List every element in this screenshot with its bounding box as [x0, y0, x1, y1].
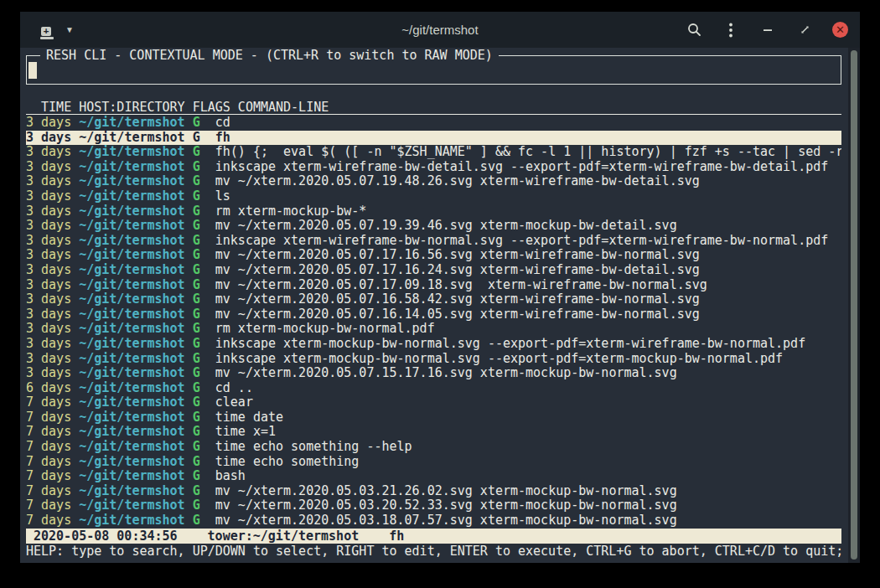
- row-host: ~/git/termshot: [79, 307, 184, 322]
- history-row[interactable]: 7 days ~/git/termshot G time date: [26, 410, 841, 426]
- row-time: 3 days: [26, 189, 71, 204]
- row-command: rm xterm-mockup-bw-normal.pdf: [215, 322, 435, 336]
- row-host: ~/git/termshot: [79, 366, 184, 380]
- history-row[interactable]: 7 days ~/git/termshot G mv ~/xterm.2020.…: [26, 498, 841, 513]
- history-rows: 3 days ~/git/termshot G cd3 days ~/git/t…: [26, 116, 841, 529]
- row-command: bash: [215, 469, 246, 483]
- row-host: ~/git/termshot: [79, 219, 184, 233]
- row-flags: G: [193, 425, 200, 439]
- row-flags: G: [193, 263, 200, 277]
- terminal-content: RESH CLI - CONTEXTUAL MODE - (CTRL+R to …: [20, 48, 860, 563]
- history-row[interactable]: 7 days ~/git/termshot G bash: [26, 469, 841, 484]
- row-time: 7 days: [26, 455, 71, 469]
- row-host: ~/git/termshot: [79, 352, 184, 366]
- row-flags: G: [193, 352, 200, 366]
- new-tab-dropdown[interactable]: ▼: [65, 25, 74, 34]
- new-tab-button[interactable]: +: [37, 21, 57, 39]
- history-row[interactable]: 3 days ~/git/termshot G mv ~/xterm.2020.…: [26, 366, 841, 381]
- status-datetime: 2020-05-08 00:34:56: [34, 529, 178, 544]
- close-button[interactable]: ✕: [832, 22, 848, 38]
- row-time: 3 days: [26, 116, 71, 130]
- row-time: 7 days: [26, 498, 71, 513]
- history-row[interactable]: 7 days ~/git/termshot G time echo someth…: [26, 455, 841, 470]
- search-input[interactable]: RESH CLI - CONTEXTUAL MODE - (CTRL+R to …: [26, 55, 841, 85]
- row-flags: G: [193, 455, 200, 469]
- history-row[interactable]: 7 days ~/git/termshot G clear: [26, 395, 841, 410]
- row-host: ~/git/termshot: [79, 337, 184, 351]
- row-host: ~/git/termshot: [79, 455, 184, 469]
- row-host: ~/git/termshot: [79, 410, 184, 425]
- history-row[interactable]: 7 days ~/git/termshot G mv ~/xterm.2020.…: [26, 513, 841, 529]
- history-row[interactable]: 3 days ~/git/termshot G mv ~/xterm.2020.…: [26, 248, 841, 263]
- row-command: inkscape xterm-mockup-bw-normal.svg --ex…: [215, 337, 805, 351]
- row-time: 7 days: [26, 410, 71, 425]
- history-row[interactable]: 3 days ~/git/termshot G inkscape xterm-w…: [26, 160, 841, 175]
- row-time: 7 days: [26, 425, 71, 439]
- history-row[interactable]: 3 days ~/git/termshot G inkscape xterm-m…: [26, 352, 841, 367]
- history-row[interactable]: 3 days ~/git/termshot G mv ~/xterm.2020.…: [26, 292, 841, 307]
- row-time: 3 days: [26, 234, 71, 248]
- row-host: ~/git/termshot: [79, 498, 184, 513]
- history-row[interactable]: 6 days ~/git/termshot G cd ..: [26, 381, 841, 396]
- row-flags: G: [193, 278, 200, 292]
- row-flags: G: [193, 234, 200, 248]
- history-row[interactable]: 3 days ~/git/termshot G mv ~/xterm.2020.…: [26, 174, 841, 189]
- row-command: time date: [215, 410, 283, 425]
- row-time: 3 days: [26, 352, 71, 366]
- row-command: fh: [215, 131, 230, 145]
- row-flags: G: [193, 322, 200, 336]
- restore-button[interactable]: [795, 21, 814, 39]
- row-time: 3 days: [26, 131, 71, 145]
- row-command: ls: [215, 189, 230, 204]
- history-row[interactable]: 3 days ~/git/termshot G mv ~/xterm.2020.…: [26, 307, 841, 322]
- history-row[interactable]: 3 days ~/git/termshot G rm xterm-mockup-…: [26, 204, 841, 219]
- row-time: 3 days: [26, 248, 71, 262]
- minimize-button[interactable]: [758, 21, 777, 39]
- row-host: ~/git/termshot: [79, 234, 184, 248]
- row-host: ~/git/termshot: [79, 248, 184, 262]
- row-command: mv ~/xterm.2020.05.07.16.14.05.svg xterm…: [215, 307, 700, 322]
- history-row[interactable]: 3 days ~/git/termshot G fh() {; eval $( …: [26, 145, 841, 160]
- row-host: ~/git/termshot: [79, 189, 184, 204]
- history-row[interactable]: 3 days ~/git/termshot G mv ~/xterm.2020.…: [26, 278, 841, 293]
- row-host: ~/git/termshot: [79, 292, 184, 307]
- row-command: time echo something: [215, 455, 360, 469]
- history-row[interactable]: 3 days ~/git/termshot G inkscape xterm-w…: [26, 234, 841, 249]
- row-flags: G: [193, 145, 200, 159]
- history-row[interactable]: 7 days ~/git/termshot G time x=1: [26, 425, 841, 440]
- history-row[interactable]: 3 days ~/git/termshot G fh: [26, 131, 841, 146]
- history-row[interactable]: 3 days ~/git/termshot G mv ~/xterm.2020.…: [26, 219, 841, 234]
- history-row[interactable]: 3 days ~/git/termshot G rm xterm-mockup-…: [26, 322, 841, 337]
- row-time: 3 days: [26, 145, 71, 159]
- terminal-window: + ▼ ~/git/termshot: [20, 12, 860, 563]
- menu-button[interactable]: [722, 21, 740, 39]
- row-time: 3 days: [26, 160, 71, 174]
- status-location: tower:~/git/termshot: [208, 529, 360, 544]
- row-flags: G: [193, 498, 200, 513]
- row-command: clear: [215, 395, 253, 410]
- history-row[interactable]: 7 days ~/git/termshot G mv ~/xterm.2020.…: [26, 484, 841, 499]
- row-host: ~/git/termshot: [79, 263, 184, 277]
- status-bar: 2020-05-08 00:34:56tower:~/git/termshotf…: [26, 529, 841, 544]
- history-row[interactable]: 7 days ~/git/termshot G time echo someth…: [26, 440, 841, 455]
- row-time: 7 days: [26, 469, 71, 483]
- row-host: ~/git/termshot: [79, 395, 184, 410]
- help-line: HELP: type to search, UP/DOWN to select,…: [26, 544, 841, 559]
- history-row[interactable]: 3 days ~/git/termshot G inkscape xterm-m…: [26, 337, 841, 352]
- new-tab-icon: +: [40, 27, 54, 39]
- search-button[interactable]: [685, 21, 703, 39]
- history-row[interactable]: 3 days ~/git/termshot G ls: [26, 189, 841, 204]
- history-row[interactable]: 3 days ~/git/termshot G cd: [26, 116, 841, 131]
- row-flags: G: [193, 116, 200, 130]
- row-time: 6 days: [26, 381, 71, 395]
- scrollbar-thumb[interactable]: [851, 50, 857, 560]
- scrollbar-track[interactable]: [848, 48, 860, 563]
- row-command: inkscape xterm-wireframe-bw-detail.svg -…: [215, 160, 829, 174]
- row-command: time x=1: [215, 425, 276, 439]
- row-host: ~/git/termshot: [79, 469, 184, 483]
- row-flags: G: [193, 484, 200, 498]
- row-command: cd ..: [215, 381, 253, 395]
- history-row[interactable]: 3 days ~/git/termshot G mv ~/xterm.2020.…: [26, 263, 841, 278]
- text-cursor: [28, 62, 37, 79]
- row-command: fh() {; eval $( ([ -n "$ZSH_NAME" ] && f…: [215, 145, 841, 159]
